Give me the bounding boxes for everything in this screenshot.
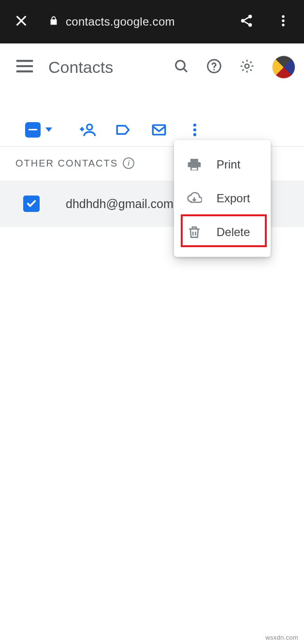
share-icon[interactable]	[239, 14, 254, 30]
svg-point-0	[248, 15, 252, 19]
avatar[interactable]	[272, 56, 295, 79]
svg-point-4	[282, 19, 285, 22]
label-icon[interactable]	[115, 122, 131, 138]
hamburger-menu-icon[interactable]	[15, 59, 48, 75]
svg-point-2	[248, 23, 252, 27]
popup-item-label: Print	[217, 158, 240, 171]
popup-export[interactable]: Export	[174, 182, 271, 215]
add-person-icon[interactable]	[79, 122, 96, 138]
svg-point-14	[193, 133, 196, 136]
svg-rect-11	[153, 125, 165, 135]
svg-point-12	[193, 123, 196, 126]
lock-icon	[48, 15, 66, 28]
svg-point-3	[282, 15, 285, 18]
address-bar[interactable]: contacts.google.com	[48, 15, 239, 28]
svg-point-5	[282, 24, 285, 27]
svg-point-8	[214, 69, 215, 70]
app-header: Contacts	[0, 43, 304, 91]
actions-popup: Print Export Delete	[174, 140, 271, 257]
url-text: contacts.google.com	[66, 15, 175, 28]
contact-email: dhdhdh@gmail.com	[66, 197, 174, 211]
popup-print[interactable]: Print	[174, 148, 271, 182]
section-title: OTHER CONTACTS	[15, 158, 118, 169]
svg-point-9	[245, 64, 249, 69]
svg-point-1	[241, 19, 245, 23]
help-icon[interactable]	[206, 58, 222, 76]
select-all-toggle[interactable]	[25, 122, 52, 138]
close-icon[interactable]	[14, 13, 29, 30]
email-icon[interactable]	[151, 122, 167, 138]
watermark: wsxdn.com	[265, 634, 298, 641]
chevron-down-icon[interactable]	[45, 127, 52, 132]
svg-point-6	[176, 61, 185, 70]
search-icon[interactable]	[174, 58, 189, 76]
svg-point-13	[193, 128, 196, 131]
app-title: Contacts	[48, 58, 174, 77]
gear-icon[interactable]	[239, 58, 255, 76]
more-actions-icon[interactable]	[187, 122, 203, 138]
popup-item-label: Delete	[217, 225, 250, 239]
browser-menu-icon[interactable]	[276, 14, 290, 30]
info-icon[interactable]: i	[123, 157, 134, 169]
popup-item-label: Export	[217, 192, 250, 205]
svg-point-10	[87, 124, 92, 129]
contact-checkbox[interactable]	[23, 196, 40, 212]
browser-bar: contacts.google.com	[0, 0, 304, 43]
popup-delete[interactable]: Delete	[174, 215, 271, 249]
